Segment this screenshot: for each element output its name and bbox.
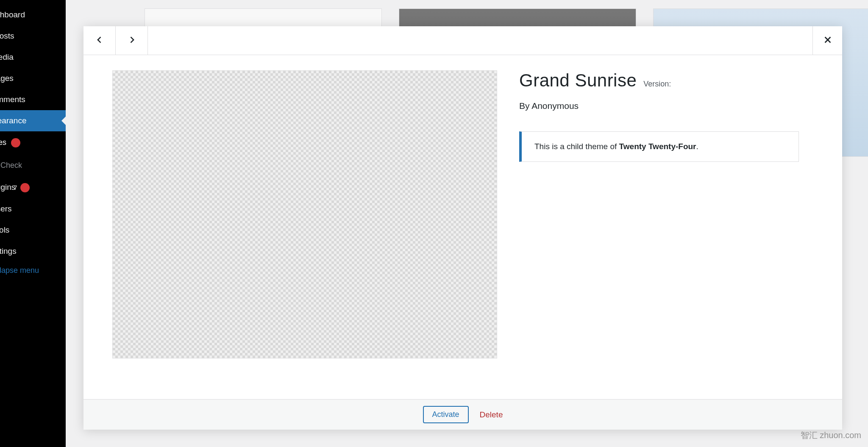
notice-prefix: This is a child theme of [534,142,619,151]
sidebar-item-settings[interactable]: Settings [0,241,66,262]
appearance-submenu: Themes 5 Theme Check [0,131,66,177]
collapse-menu[interactable]: Collapse menu [0,262,66,279]
activate-button[interactable]: Activate [423,406,469,423]
author-name: Anonymous [531,101,579,111]
plugins-update-badge: 7 [20,183,30,192]
chevron-right-icon [128,36,136,46]
sidebar-plugins-label: Plugins [0,183,15,192]
child-theme-notice: This is a child theme of Twenty Twenty-F… [519,131,799,162]
sidebar-item-plugins[interactable]: Plugins 7 [0,177,66,198]
sidebar-item-dashboard[interactable]: Dashboard [0,4,66,25]
submenu-item-theme-check[interactable]: Theme Check [0,158,66,173]
sidebar-item-comments[interactable]: Comments [0,89,66,110]
sidebar-item-users[interactable]: Users [0,198,66,219]
watermark-text: 智汇 zhuon.com [801,430,861,441]
sidebar-item-tools[interactable]: Tools [0,219,66,241]
modal-body: Grand Sunrise Version: By Anonymous This… [83,55,842,399]
theme-info-panel: Grand Sunrise Version: By Anonymous This… [519,70,827,391]
next-theme-button[interactable] [116,26,148,55]
submenu-spacer [0,151,66,158]
theme-version-label: Version: [643,80,671,89]
theme-title: Grand Sunrise [519,70,637,91]
modal-footer: Activate Delete [83,399,842,430]
modal-header [83,26,842,55]
prev-theme-button[interactable] [83,26,116,55]
close-icon [823,35,832,46]
theme-details-modal: Grand Sunrise Version: By Anonymous This… [83,26,842,430]
chevron-left-icon [95,36,104,46]
delete-button[interactable]: Delete [480,410,503,419]
submenu-item-themes[interactable]: Themes 5 [0,135,66,151]
sidebar-item-appearance[interactable]: Appearance [0,110,66,131]
close-modal-button[interactable] [812,26,842,55]
admin-sidebar: Dashboard Posts Media Pages Comments App… [0,0,66,447]
author-prefix: By [519,101,531,111]
submenu-themes-label: Themes [0,138,6,147]
theme-screenshot [112,70,497,358]
themes-update-badge: 5 [11,138,20,147]
sidebar-item-pages[interactable]: Pages [0,68,66,89]
parent-theme-name: Twenty Twenty-Four [619,142,696,151]
theme-author: By Anonymous [519,101,827,111]
notice-suffix: . [696,142,698,151]
sidebar-item-media[interactable]: Media [0,47,66,68]
sidebar-item-posts[interactable]: Posts [0,25,66,47]
